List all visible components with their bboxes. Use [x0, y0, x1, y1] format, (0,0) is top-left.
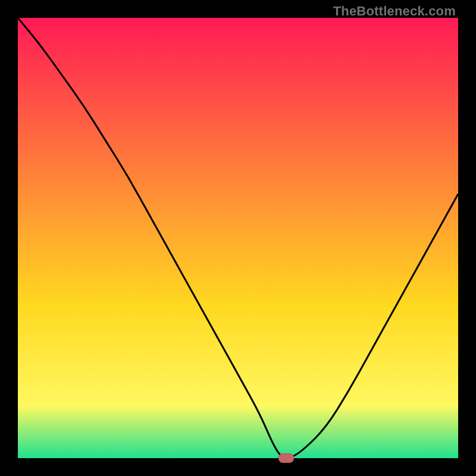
optimal-point-marker	[278, 453, 294, 463]
chart-frame: TheBottleneck.com	[0, 0, 476, 476]
watermark-text: TheBottleneck.com	[333, 4, 456, 19]
gradient-background	[18, 18, 458, 458]
plot-area	[18, 18, 458, 458]
chart-svg	[18, 18, 458, 458]
